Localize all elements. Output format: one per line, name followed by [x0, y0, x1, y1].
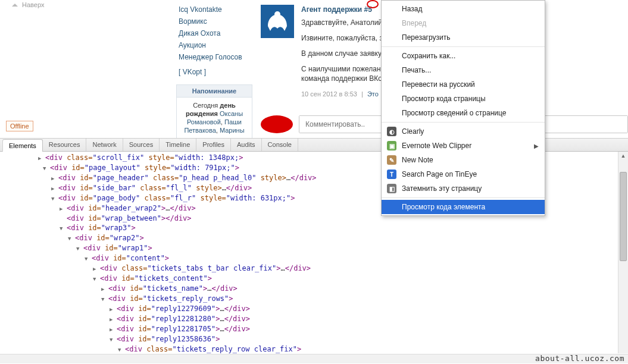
tineye-icon: T	[387, 170, 396, 179]
devtools-tab-timeline[interactable]: Timeline	[160, 139, 196, 151]
left-sidebar: Icq VkontakteВормиксДикая ОхотаАукционМе…	[173, 0, 256, 138]
chevron-up-icon	[12, 2, 18, 8]
go-up-link[interactable]: Наверх	[12, 1, 44, 8]
red-circle-annotation	[367, 0, 379, 8]
devtools-tab-profiles[interactable]: Profiles	[196, 139, 231, 151]
sidebar-item-3[interactable]: Аукцион	[173, 39, 256, 51]
dim-icon: ◧	[387, 184, 396, 193]
context-menu-item[interactable]: Просмотр кода страницы	[382, 92, 545, 106]
context-menu: НазадВпередПерезагрузитьСохранить как...…	[381, 0, 545, 216]
offline-badge: Offline	[6, 121, 33, 131]
context-menu-item[interactable]: Перезагрузить	[382, 30, 545, 45]
ticket-line-4b: команда поддержки ВКо	[301, 74, 382, 83]
submenu-arrow-icon: ▶	[534, 143, 539, 149]
context-menu-item-label: Просмотр кода элемента	[402, 203, 485, 211]
context-menu-item[interactable]: ◧Затемнить эту страницу	[382, 181, 545, 196]
reminder-name-link[interactable]: Марины	[220, 127, 245, 134]
reminder-box: НапоминаниеСегодня день рождения Оксаны …	[176, 84, 252, 139]
dom-tree-node[interactable]: <div id="content">	[0, 253, 618, 263]
red-blob-annotation	[261, 115, 293, 133]
dom-tree-node[interactable]: <div id="tickets_reply_rows">	[0, 294, 618, 304]
go-up-label: Наверх	[22, 1, 44, 8]
context-menu-item[interactable]: ✎New Note	[382, 153, 545, 167]
context-menu-item: Вперед	[382, 16, 545, 30]
dom-tree-node[interactable]: <div id="reply12279609">…</div>	[0, 304, 618, 314]
context-menu-item-label: Назад	[402, 5, 422, 13]
devtools-tab-resources[interactable]: Resources	[43, 139, 87, 151]
vertical-scrollbar[interactable]: ▲	[618, 152, 628, 353]
ticket-line-4a: С наилучшими пожелани	[301, 65, 385, 73]
reminder-body: Сегодня день рождения Оксаны Романовой, …	[177, 101, 252, 134]
context-menu-item-label: Просмотр сведений о странице	[402, 109, 506, 117]
dom-tree-node[interactable]: <div id="reply12358636">	[0, 334, 618, 344]
sidebar-vkopt-link[interactable]: [ VKopt ]	[173, 63, 256, 81]
dom-tree-node[interactable]: <div id="wrap3">	[0, 223, 618, 233]
context-menu-item-label: Сохранить как...	[402, 52, 455, 60]
sidebar-item-0[interactable]: Icq Vkontakte	[173, 4, 256, 15]
devtools-tab-network[interactable]: Network	[86, 139, 123, 151]
meta-separator: |	[359, 90, 365, 98]
scroll-thumb[interactable]	[620, 172, 627, 261]
sidebar-item-1[interactable]: Вормикс	[173, 15, 256, 27]
context-menu-item-label: Просмотр кода страницы	[402, 95, 486, 103]
sidebar-item-4[interactable]: Менеджер Голосов	[173, 51, 256, 63]
context-menu-item-label: Перезагрузить	[402, 33, 450, 42]
context-menu-item[interactable]: ▣Evernote Web Clipper▶	[382, 139, 545, 153]
context-menu-item-label: Search Page on TinEye	[402, 170, 477, 178]
context-menu-item-label: Перевести на русский	[402, 80, 475, 89]
sidebar-item-2[interactable]: Дикая Охота	[173, 27, 256, 39]
context-menu-item[interactable]: Просмотр кода элемента	[382, 200, 545, 214]
devtools-tab-elements[interactable]: Elements	[2, 139, 43, 152]
context-menu-item[interactable]: Просмотр сведений о странице	[382, 106, 545, 120]
devtools-tab-console[interactable]: Console	[262, 139, 298, 151]
dom-tree-node[interactable]: <div class="tickets_tabs t_bar clear_fix…	[0, 263, 618, 274]
context-menu-item[interactable]: TSearch Page on TinEye	[382, 167, 545, 181]
context-menu-item-label: Затемнить эту страницу	[402, 184, 482, 193]
context-menu-item[interactable]: Назад	[382, 2, 545, 16]
context-menu-item-label: Evernote Web Clipper	[402, 142, 471, 150]
context-menu-item-label: Вперед	[402, 19, 426, 27]
dom-tree-node[interactable]: <div id="wrap2">	[0, 233, 618, 243]
dom-tree-node[interactable]: <div id="tickets_name">…</div>	[0, 284, 618, 294]
context-menu-item-label: Печать...	[402, 66, 431, 74]
context-menu-item[interactable]: Сохранить как...	[382, 49, 545, 63]
context-menu-item[interactable]: ◐Clearly	[382, 124, 545, 139]
dom-tree-node[interactable]: <div id="wrap1">	[0, 243, 618, 253]
support-avatar-icon	[264, 8, 290, 34]
ticket-meta-link[interactable]: Это	[367, 90, 379, 98]
devtools-tab-sources[interactable]: Sources	[123, 139, 160, 151]
dom-tree-node[interactable]: <div class="tickets_reply_row clear_fix"…	[0, 344, 618, 353]
scroll-up-arrow-icon[interactable]: ▲	[618, 152, 628, 161]
horizontal-scrollbar[interactable]	[0, 354, 628, 363]
newnote-icon: ✎	[387, 155, 396, 165]
context-menu-item[interactable]: Перевести на русский	[382, 77, 545, 92]
evernote-icon: ▣	[387, 141, 396, 150]
context-menu-item[interactable]: Печать...	[382, 63, 545, 77]
watermark-text: about-all.ucoz.com	[535, 354, 624, 363]
dom-tree-node[interactable]: <div id="tickets_content">	[0, 274, 618, 284]
svg-point-0	[274, 11, 280, 17]
reminder-header: Напоминание	[177, 85, 252, 98]
ticket-date: 10 сен 2012 в 8:53	[301, 90, 357, 98]
context-menu-item-label: New Note	[402, 156, 433, 164]
dom-tree-node[interactable]: <div id="reply12281705">…</div>	[0, 324, 618, 334]
clearly-icon: ◐	[387, 127, 396, 136]
devtools-tab-audits[interactable]: Audits	[231, 139, 262, 151]
dom-tree-node[interactable]: <div id="reply12281280">…</div>	[0, 314, 618, 324]
support-avatar[interactable]	[261, 5, 294, 38]
context-menu-item-label: Clearly	[402, 127, 424, 136]
